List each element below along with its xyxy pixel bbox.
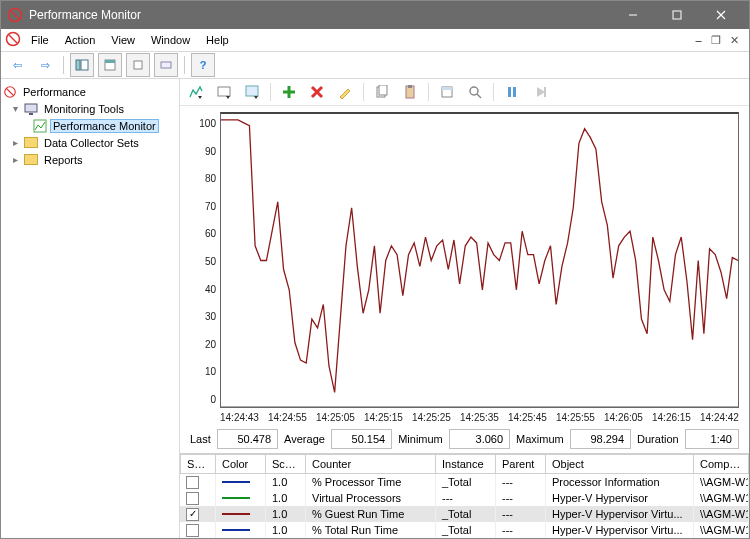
cell-instance: _Total [436,522,496,538]
app-icon [7,7,23,23]
cell-show [180,474,216,490]
svg-rect-3 [76,60,80,70]
highlight-button[interactable] [333,80,357,104]
mdi-minimize-button[interactable]: ‒ [691,33,705,47]
svg-rect-7 [134,61,142,69]
col-color[interactable]: Color [216,454,266,474]
app-icon-small [5,31,23,49]
tree-node-performance-monitor[interactable]: Performance Monitor [3,117,177,134]
col-instance[interactable]: Instance [436,454,496,474]
cell-scale: 1.0 [266,506,306,522]
maximum-value: 98.294 [570,429,631,449]
mmc-toolbar: ⇦ ⇨ ? [1,52,749,79]
legend-row[interactable]: 1.0% Processor Time_Total---Processor In… [180,474,749,490]
svg-rect-10 [25,104,37,112]
show-checkbox[interactable] [186,492,199,505]
minimize-button[interactable] [611,1,655,29]
cell-color [216,522,266,538]
copy-button[interactable] [370,80,394,104]
content-pane: 1009080706050403020100 14:24:4314:24:551… [180,79,749,538]
properties-button[interactable] [435,80,459,104]
display-elements-button[interactable] [240,80,264,104]
cell-show [180,490,216,506]
navigation-tree[interactable]: Performance ▾ Monitoring Tools Performan… [1,79,180,538]
stats-bar: Last 50.478 Average 50.154 Minimum 3.060… [180,423,749,453]
col-counter[interactable]: Counter [306,454,436,474]
svg-rect-1 [673,11,681,19]
expander-icon[interactable]: ▸ [9,154,21,165]
y-axis-labels: 1009080706050403020100 [186,112,220,423]
cell-object: Hyper-V Hypervisor [546,490,694,506]
menu-action[interactable]: Action [57,29,104,51]
toolbar-separator [428,83,429,101]
cell-show [180,522,216,538]
cell-computer: \\AGM-W10PRO03 [694,490,749,506]
col-object[interactable]: Object [546,454,694,474]
col-show[interactable]: Show [180,454,216,474]
view-type-button[interactable] [184,80,208,104]
update-button[interactable] [528,80,552,104]
col-parent[interactable]: Parent [496,454,546,474]
last-value: 50.478 [217,429,278,449]
tree-node-performance[interactable]: Performance [3,83,177,100]
show-checkbox[interactable]: ✓ [186,508,199,521]
cell-scale: 1.0 [266,522,306,538]
cell-parent: --- [496,474,546,490]
cell-parent: --- [496,506,546,522]
tree-node-data-collector-sets[interactable]: ▸ Data Collector Sets [3,134,177,151]
properties-button[interactable] [98,53,122,77]
counter-legend[interactable]: Show Color Scale Counter Instance Parent… [180,453,749,538]
duration-value: 1:40 [685,429,739,449]
perfmon-toolbar [180,79,749,106]
export-button[interactable] [126,53,150,77]
cell-scale: 1.0 [266,490,306,506]
help-button[interactable]: ? [191,53,215,77]
svg-rect-24 [544,87,546,97]
folder-icon [24,136,38,150]
menu-file[interactable]: File [23,29,57,51]
svg-rect-12 [34,120,46,132]
zoom-button[interactable] [463,80,487,104]
show-hide-tree-button[interactable] [70,53,94,77]
menu-help[interactable]: Help [198,29,237,51]
title-bar: Performance Monitor [1,1,749,29]
close-button[interactable] [699,1,743,29]
tree-node-reports[interactable]: ▸ Reports [3,151,177,168]
tree-node-monitoring-tools[interactable]: ▾ Monitoring Tools [3,100,177,117]
svg-rect-18 [408,85,412,88]
average-value: 50.154 [331,429,392,449]
chart-plot[interactable] [220,112,739,408]
toolbar-separator [493,83,494,101]
mdi-restore-button[interactable]: ❐ [709,33,723,47]
last-label: Last [190,433,211,445]
expander-icon[interactable]: ▾ [9,103,21,114]
legend-row[interactable]: 1.0Virtual Processors------Hyper-V Hyper… [180,490,749,506]
show-checkbox[interactable] [186,476,199,489]
data-source-button[interactable] [212,80,236,104]
cell-color [216,474,266,490]
show-checkbox[interactable] [186,524,199,537]
menu-window[interactable]: Window [143,29,198,51]
chart-area: 1009080706050403020100 14:24:4314:24:551… [180,106,749,423]
svg-rect-11 [29,113,33,115]
cell-show: ✓ [180,506,216,522]
freeze-button[interactable] [500,80,524,104]
add-counter-button[interactable] [277,80,301,104]
settings-button[interactable] [154,53,178,77]
cell-color [216,506,266,522]
legend-row[interactable]: 1.0% Total Run Time_Total---Hyper-V Hype… [180,522,749,538]
paste-button[interactable] [398,80,422,104]
mdi-close-button[interactable]: ✕ [727,33,741,47]
window-title: Performance Monitor [29,8,611,22]
col-scale[interactable]: Scale [266,454,306,474]
back-button[interactable]: ⇦ [5,53,29,77]
menu-view[interactable]: View [103,29,143,51]
maximize-button[interactable] [655,1,699,29]
col-computer[interactable]: Computer [694,454,749,474]
expander-icon[interactable]: ▸ [9,137,21,148]
delete-counter-button[interactable] [305,80,329,104]
toolbar-separator [270,83,271,101]
forward-button[interactable]: ⇨ [33,53,57,77]
cell-object: Hyper-V Hypervisor Virtu... [546,506,694,522]
legend-row[interactable]: ✓1.0% Guest Run Time_Total---Hyper-V Hyp… [180,506,749,522]
